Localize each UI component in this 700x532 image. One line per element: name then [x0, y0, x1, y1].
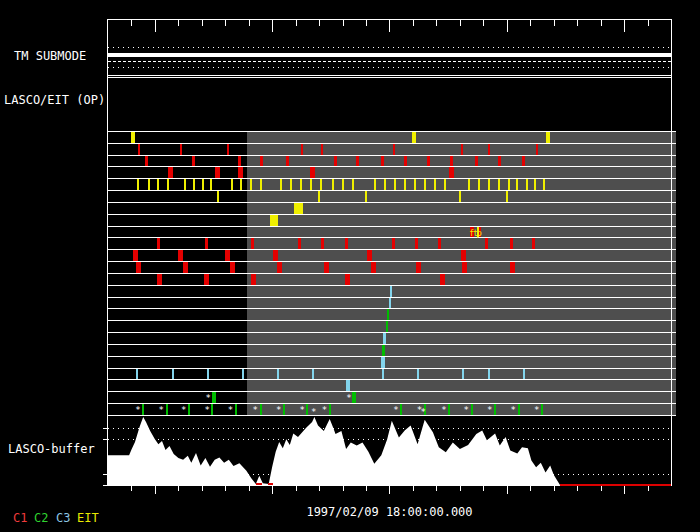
event-tick	[250, 179, 252, 190]
bottom-axis-major-tick	[272, 486, 273, 494]
event-tick	[136, 262, 141, 273]
bottom-axis-minor-tick	[601, 486, 602, 491]
event-tick	[300, 179, 302, 190]
event-tick	[468, 179, 470, 190]
event-tick	[251, 238, 254, 249]
event-tick	[541, 404, 543, 415]
asterisk-marker: *	[311, 408, 316, 417]
event-tick	[231, 179, 233, 190]
bottom-axis-minor-tick	[460, 486, 461, 491]
timeline-row	[108, 156, 676, 168]
event-tick	[494, 404, 496, 415]
timeline-row	[108, 215, 676, 227]
bottom-axis-minor-tick	[131, 486, 132, 491]
event-tick	[225, 250, 230, 261]
row-label	[0, 369, 104, 380]
top-axis-minor-tick	[460, 19, 461, 26]
event-tick	[280, 179, 282, 190]
bottom-axis-minor-tick	[249, 486, 250, 491]
bottom-axis-minor-tick	[530, 486, 531, 491]
event-tick	[523, 369, 525, 380]
observation-block	[270, 215, 278, 226]
top-axis-major-tick	[507, 19, 508, 32]
lasco-buffer-label: LASCO-buffer	[8, 443, 95, 456]
event-tick	[260, 156, 263, 167]
event-tick	[345, 238, 348, 249]
row-label	[0, 286, 104, 297]
top-axis-minor-tick	[413, 19, 414, 26]
event-tick	[133, 250, 138, 261]
asterisk-marker: *	[253, 406, 258, 415]
buffer-zero-mark	[268, 483, 274, 485]
bottom-axis-major-tick	[389, 486, 390, 494]
event-tick	[342, 179, 344, 190]
event-tick	[310, 179, 312, 190]
bottom-axis-minor-tick	[554, 486, 555, 491]
event-tick	[301, 144, 303, 155]
event-tick	[526, 179, 528, 190]
event-tick	[273, 250, 278, 261]
bottom-axis-minor-tick	[483, 486, 484, 491]
asterisk-marker: *	[299, 406, 304, 415]
event-tick	[242, 369, 244, 380]
timeline-row: ftp	[108, 227, 676, 239]
event-tick	[387, 309, 389, 320]
event-tick	[334, 156, 337, 167]
asterisk-marker: *	[181, 406, 186, 415]
timeline-row	[108, 321, 676, 333]
bottom-axis-minor-tick	[648, 486, 649, 491]
bottom-axis-minor-tick	[436, 486, 437, 491]
event-tick	[508, 179, 510, 190]
event-tick	[138, 144, 140, 155]
top-axis-major-tick	[155, 19, 156, 32]
timeline-row	[108, 191, 676, 203]
asterisk-marker: *	[511, 406, 516, 415]
observation-block	[294, 203, 303, 214]
event-tick	[462, 262, 467, 273]
event-tick	[404, 179, 406, 190]
event-tick	[210, 179, 212, 190]
event-tick	[393, 144, 395, 155]
plot-left-border	[107, 19, 108, 486]
buffer-area-chart	[108, 417, 671, 485]
event-tick	[386, 321, 388, 332]
event-tick	[215, 167, 220, 178]
ftp-note: ftp	[469, 230, 480, 238]
bottom-axis-minor-tick	[178, 486, 179, 491]
row-label	[0, 179, 104, 190]
event-tick	[488, 369, 490, 380]
event-tick	[438, 238, 441, 249]
timeline-row	[108, 179, 676, 191]
legend-item-c1: C1	[13, 512, 27, 524]
asterisk-marker: *	[322, 406, 327, 415]
row-label	[0, 191, 104, 202]
top-axis-minor-tick	[483, 19, 484, 26]
event-tick	[145, 156, 148, 167]
event-tick	[235, 404, 237, 415]
timeline-row	[108, 262, 676, 274]
timeline-row	[108, 167, 676, 179]
timeline-row: **	[108, 392, 676, 404]
event-tick	[306, 404, 308, 415]
timeline-row	[108, 144, 676, 156]
tm-dotted-level-1	[108, 67, 671, 68]
asterisk-marker: *	[441, 406, 446, 415]
bottom-axis-minor-tick	[319, 486, 320, 491]
event-tick	[346, 380, 350, 391]
event-tick	[227, 144, 229, 155]
event-tick	[157, 238, 160, 249]
tm-dashed-level-2	[108, 61, 671, 62]
event-tick	[417, 369, 419, 380]
event-tick	[142, 404, 144, 415]
top-axis-minor-tick	[366, 19, 367, 26]
event-tick	[137, 179, 139, 190]
event-tick	[277, 262, 282, 273]
event-tick	[172, 369, 174, 380]
asterisk-marker: *	[346, 394, 351, 403]
event-tick	[204, 274, 209, 285]
event-tick	[518, 404, 520, 415]
timeline-row	[108, 357, 676, 369]
timeline-row	[108, 309, 676, 321]
event-tick	[506, 191, 508, 202]
row-label	[0, 215, 104, 226]
